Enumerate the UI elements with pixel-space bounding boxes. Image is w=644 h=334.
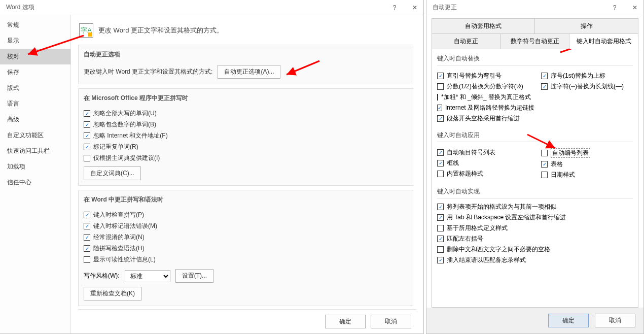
checkbox-icon[interactable]: [437, 246, 444, 253]
checkbox-icon[interactable]: [437, 94, 438, 101]
settings-button[interactable]: 设置(T)...: [175, 269, 213, 283]
help-icon[interactable]: ?: [609, 2, 620, 13]
check-row[interactable]: 键入时标记语法错误(M): [84, 222, 408, 230]
check-row[interactable]: 分数(1/2)替换为分数字符(½): [437, 82, 529, 91]
checkbox-icon[interactable]: [437, 225, 444, 231]
checkbox-icon[interactable]: [437, 160, 444, 166]
sidebar-item[interactable]: 快速访问工具栏: [0, 143, 70, 159]
options-sidebar: 常规显示校对保存版式语言高级自定义功能区快速访问工具栏加载项信任中心: [0, 15, 71, 333]
checkbox-icon[interactable]: [84, 212, 90, 218]
checkbox-icon[interactable]: [437, 171, 444, 177]
check-row[interactable]: *加粗* 和 _倾斜_ 替换为真正格式: [437, 93, 529, 102]
checkbox-label: 插入结束语以匹配备忘录样式: [447, 256, 526, 264]
ok-button[interactable]: 确定: [548, 314, 589, 327]
sidebar-item[interactable]: 显示: [0, 33, 70, 49]
check-row[interactable]: 忽略包含数字的单词(B): [84, 120, 408, 129]
checkbox-icon[interactable]: [84, 234, 90, 241]
check-row[interactable]: 表格: [541, 160, 633, 169]
check-row[interactable]: 序号(1st)替换为上标: [541, 72, 633, 80]
recheck-button[interactable]: 重新检查文档(K): [84, 287, 141, 300]
sidebar-item[interactable]: 校对: [0, 49, 70, 64]
checkbox-label: 表格: [551, 160, 563, 169]
checkbox-icon[interactable]: [437, 257, 444, 263]
tab[interactable]: 自动更正: [432, 34, 501, 49]
check-row[interactable]: Internet 及网络路径替换为超链接: [437, 104, 529, 112]
check-row[interactable]: 自动编号列表: [541, 148, 633, 158]
checkbox-icon[interactable]: [541, 150, 548, 156]
tab[interactable]: 自动套用格式: [432, 18, 535, 34]
checkbox-icon[interactable]: [437, 204, 444, 210]
check-row[interactable]: 忽略全部大写的单词(U): [84, 109, 408, 118]
checkbox-icon[interactable]: [541, 161, 548, 168]
checkbox-label: *加粗* 和 _倾斜_ 替换为真正格式: [441, 93, 531, 102]
ok-button[interactable]: 确定: [325, 315, 366, 328]
sidebar-item[interactable]: 保存: [0, 64, 70, 80]
checkbox-icon[interactable]: [437, 115, 444, 122]
sidebar-item[interactable]: 自定义功能区: [0, 127, 70, 143]
checkbox-icon[interactable]: [437, 83, 444, 90]
custom-dict-button[interactable]: 自定义词典(C)...: [84, 166, 141, 180]
sidebar-item[interactable]: 信任中心: [0, 175, 70, 190]
sidebar-item[interactable]: 版式: [0, 80, 70, 96]
checkbox-icon[interactable]: [437, 236, 444, 242]
tab[interactable]: 操作: [535, 18, 638, 34]
checkbox-label: Internet 及网络路径替换为超链接: [445, 104, 534, 112]
check-row[interactable]: 日期样式: [541, 171, 633, 179]
check-row[interactable]: 用 Tab 和 Backspace 设置左缩进和首行缩进: [437, 213, 633, 222]
check-row[interactable]: 随拼写检查语法(H): [84, 244, 408, 253]
check-row[interactable]: 直引号替换为弯引号: [437, 72, 529, 80]
check-row[interactable]: 基于所用格式定义样式: [437, 224, 633, 232]
checkbox-icon[interactable]: [437, 105, 442, 111]
checkbox-label: 分数(1/2)替换为分数字符(½): [447, 82, 523, 91]
checkbox-icon[interactable]: [541, 73, 548, 79]
checkbox-icon[interactable]: [541, 83, 548, 90]
check-row[interactable]: 自动项目符号列表: [437, 148, 529, 157]
check-row[interactable]: 显示可读性统计信息(L): [84, 255, 408, 264]
close-icon[interactable]: ✕: [629, 2, 640, 13]
check-row[interactable]: 段落开头空格采用首行缩进: [437, 114, 529, 123]
check-row[interactable]: 匹配左右括号: [437, 235, 633, 243]
sidebar-item[interactable]: 语言: [0, 96, 70, 112]
checkbox-icon[interactable]: [84, 223, 90, 229]
close-icon[interactable]: ✕: [409, 2, 420, 13]
checkbox-icon[interactable]: [437, 73, 444, 79]
check-row[interactable]: 内置标题样式: [437, 170, 529, 178]
check-row[interactable]: 框线: [437, 159, 529, 168]
checkbox-label: 忽略全部大写的单词(U): [93, 109, 157, 118]
titlebar: Word 选项 ? ✕: [0, 0, 423, 15]
sidebar-item[interactable]: 加载项: [0, 159, 70, 175]
checkbox-label: 自动编号列表: [551, 148, 590, 158]
sidebar-item[interactable]: 常规: [0, 17, 70, 33]
check-row[interactable]: 插入结束语以匹配备忘录样式: [437, 256, 633, 264]
checkbox-label: 忽略包含数字的单词(B): [93, 120, 156, 129]
checkbox-icon[interactable]: [84, 110, 90, 117]
check-row[interactable]: 忽略 Internet 和文件地址(F): [84, 131, 408, 140]
checkbox-icon[interactable]: [437, 214, 444, 221]
checkbox-icon[interactable]: [84, 256, 90, 263]
checkbox-icon[interactable]: [437, 149, 444, 156]
checkbox-icon[interactable]: [84, 132, 90, 139]
cancel-button[interactable]: 取消: [595, 314, 635, 327]
check-row[interactable]: 键入时检查拼写(P): [84, 211, 408, 219]
check-row[interactable]: 仅根据主词典提供建议(I): [84, 154, 408, 162]
check-row[interactable]: 连字符(--)替换为长划线(—): [541, 82, 633, 91]
sidebar-item[interactable]: 高级: [0, 112, 70, 127]
checkbox-label: 框线: [447, 159, 459, 168]
writing-style-select[interactable]: 标准: [125, 270, 170, 282]
check-row[interactable]: 将列表项开始的格式设为与其前一项相似: [437, 203, 633, 211]
tab[interactable]: 数学符号自动更正: [501, 34, 570, 49]
checkbox-icon[interactable]: [84, 245, 90, 252]
check-row[interactable]: 删除中文和西文文字之间不必要的空格: [437, 245, 633, 254]
check-row[interactable]: 标记重复单词(R): [84, 143, 408, 151]
checkbox-icon[interactable]: [541, 172, 548, 178]
proofing-icon: 字A: [79, 23, 93, 38]
checkbox-icon[interactable]: [84, 155, 90, 161]
autocorrect-options-button[interactable]: 自动更正选项(A)...: [218, 65, 280, 79]
checkbox-icon[interactable]: [84, 121, 90, 128]
check-row[interactable]: 经常混淆的单词(N): [84, 233, 408, 242]
tab[interactable]: 键入时自动套用格式: [569, 34, 638, 49]
cancel-button[interactable]: 取消: [371, 315, 411, 328]
checkbox-icon[interactable]: [84, 144, 90, 150]
help-icon[interactable]: ?: [389, 2, 400, 13]
section-title: 在 Word 中更正拼写和语法时: [84, 190, 408, 208]
